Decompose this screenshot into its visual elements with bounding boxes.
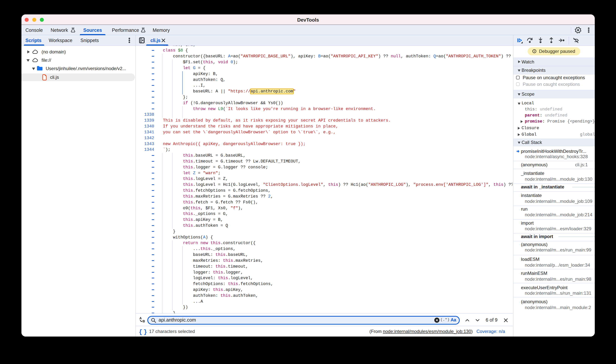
- svg-text:{ }: { }: [139, 329, 147, 335]
- svg-text:A: A: [140, 316, 142, 320]
- svg-text:B: B: [143, 320, 145, 323]
